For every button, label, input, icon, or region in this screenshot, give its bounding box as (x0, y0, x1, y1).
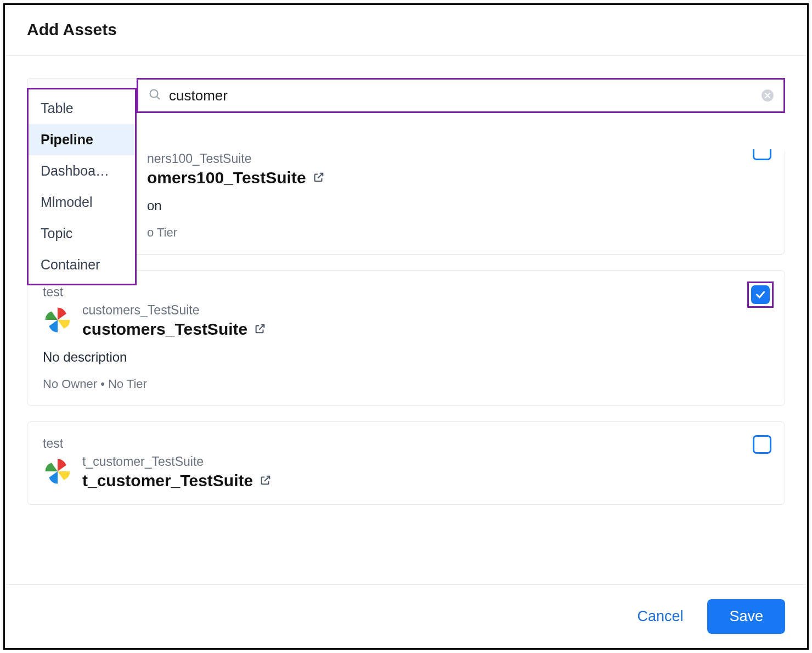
result-card[interactable]: test customers_TestSuite customer (27, 270, 785, 406)
dropdown-item-container[interactable]: Container (29, 249, 135, 280)
external-link-icon[interactable] (260, 471, 272, 490)
result-meta: No Owner • No Tier (43, 377, 769, 391)
cancel-button[interactable]: Cancel (637, 608, 683, 625)
result-breadcrumb: test (43, 285, 769, 300)
result-card[interactable]: test t_customer_TestSuite t_custo (27, 421, 785, 505)
result-title: customers_TestSuite (82, 320, 266, 339)
select-asset-checkbox[interactable] (753, 149, 771, 160)
search-input[interactable] (169, 87, 754, 104)
modal-header: Add Assets (5, 5, 807, 56)
clear-search-button[interactable] (762, 89, 774, 102)
search-field-wrap (137, 78, 785, 113)
external-link-icon[interactable] (313, 168, 325, 187)
result-subtitle: customers_TestSuite (82, 303, 266, 318)
result-title: t_customer_TestSuite (82, 471, 272, 490)
dropdown-item-pipeline[interactable]: Pipeline (29, 124, 135, 155)
dropdown-item-dashboard[interactable]: Dashboa… (29, 155, 135, 187)
dropdown-item-topic[interactable]: Topic (29, 218, 135, 249)
result-meta: o Tier (147, 226, 769, 240)
asset-type-dropdown-menu: Table Pipeline Dashboa… Mlmodel Topic Co… (27, 88, 137, 285)
add-assets-modal: Add Assets Table Pipeline Dashboa… Mlmod… (3, 3, 809, 650)
save-button[interactable]: Save (707, 599, 785, 634)
result-description: on (147, 198, 769, 213)
result-subtitle: t_customer_TestSuite (82, 454, 272, 469)
result-subtitle: ners100_TestSuite (147, 151, 325, 166)
result-title: omers100_TestSuite (147, 168, 325, 187)
pipeline-icon (43, 305, 72, 337)
modal-footer: Cancel Save (5, 584, 807, 648)
search-row: Table Pipeline Dashboa… Mlmodel Topic Co… (27, 78, 785, 113)
modal-body: Table Pipeline Dashboa… Mlmodel Topic Co… (5, 56, 807, 584)
svg-point-0 (150, 90, 158, 98)
pipeline-icon (43, 457, 72, 488)
results-list: ners100_TestSuite omers100_TestSuite on … (27, 130, 785, 505)
svg-line-1 (157, 97, 160, 99)
checkbox-wrap (753, 435, 771, 454)
result-breadcrumb: test (43, 436, 769, 451)
external-link-icon[interactable] (254, 320, 266, 339)
select-asset-checkbox[interactable] (751, 285, 770, 304)
result-description: No description (43, 350, 769, 365)
dropdown-item-mlmodel[interactable]: Mlmodel (29, 187, 135, 218)
dropdown-item-table[interactable]: Table (29, 93, 135, 124)
checkbox-wrap (747, 282, 774, 308)
select-asset-checkbox[interactable] (753, 435, 771, 454)
modal-title: Add Assets (27, 20, 785, 39)
result-card[interactable]: ners100_TestSuite omers100_TestSuite on … (27, 151, 785, 255)
checkbox-wrap (753, 149, 771, 160)
search-icon (148, 88, 161, 103)
